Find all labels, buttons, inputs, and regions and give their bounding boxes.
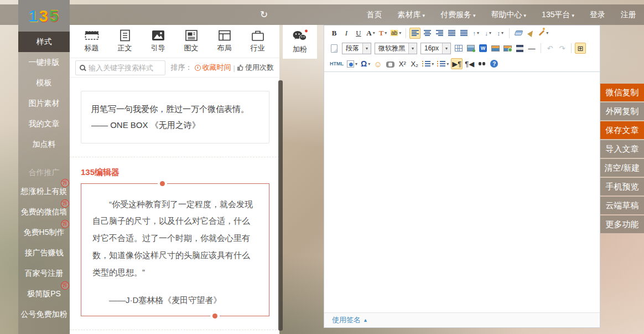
nav-135-platform[interactable]: 135平台▾: [542, 10, 574, 20]
tab-label: 行业: [251, 43, 265, 53]
tab-guide-styles[interactable]: 引导: [144, 27, 172, 56]
nav-help-center[interactable]: 帮助中心▾: [491, 10, 527, 20]
align-right-button[interactable]: [434, 28, 445, 39]
emoji-button[interactable]: ☺: [372, 58, 383, 69]
sidebar-item-templates[interactable]: 模板: [18, 73, 70, 93]
sort-by-favorite[interactable]: 收藏时间: [195, 63, 231, 73]
indent-button[interactable]: [458, 28, 469, 39]
nav-home[interactable]: 首页: [367, 10, 382, 20]
guide-image-icon: [151, 29, 165, 42]
tab-body-styles[interactable]: 正文: [111, 27, 139, 56]
nav-material-library[interactable]: 素材库▾: [398, 10, 425, 20]
insert-table-button[interactable]: [453, 43, 464, 54]
mobile-preview-button[interactable]: 手机预览: [600, 178, 644, 196]
font-family-select[interactable]: 微软雅黑▾: [375, 43, 417, 54]
tab-imagetext-styles[interactable]: 图文: [177, 27, 205, 56]
style-card-framed-quote[interactable]: 135编辑器 “你受这种教育到了一定程度，就会发现自己脑子的尺寸，以及什么对它合…: [81, 167, 269, 317]
style-panel-scrollbar[interactable]: [278, 80, 283, 331]
style-search-box[interactable]: [75, 60, 165, 75]
bold-button[interactable]: B: [329, 28, 340, 39]
screenshot-button[interactable]: [465, 43, 476, 54]
promo-item-wechat-wall[interactable]: 免费的微信墙荐: [18, 202, 70, 222]
logo-135[interactable]: 135: [18, 0, 70, 32]
align-center-button[interactable]: [422, 28, 433, 39]
insert-images-button[interactable]: [502, 43, 513, 54]
new-document-button[interactable]: [329, 43, 340, 54]
nav-paid-services[interactable]: 付费服务▾: [440, 10, 476, 20]
tab-title-styles[interactable]: 标题: [77, 27, 106, 56]
text-color-button[interactable]: T▾: [377, 28, 388, 39]
html-source-button[interactable]: HTML: [329, 58, 345, 69]
search-input[interactable]: [89, 64, 161, 72]
import-article-button[interactable]: 导入文章: [600, 140, 644, 158]
promo-label: 想涨粉上有娱: [21, 187, 67, 197]
tab-industry-styles[interactable]: 行业: [243, 27, 272, 56]
insert-link-button[interactable]: [385, 58, 396, 69]
help-button[interactable]: ?: [489, 58, 500, 69]
promo-item-ads-money[interactable]: 接广告赚钱: [18, 243, 70, 263]
nav-register[interactable]: 注册: [621, 10, 636, 20]
sidebar-item-one-click-layout[interactable]: 一键排版: [18, 52, 70, 73]
italic-button[interactable]: I: [341, 28, 352, 39]
sort-favorite-label: 收藏时间: [202, 63, 231, 73]
clear-new-button[interactable]: 清空/新建: [600, 159, 644, 177]
line-spacing-button[interactable]: ↕▾: [495, 28, 506, 39]
spacing-top-button[interactable]: ↑▾: [470, 28, 481, 39]
ordered-list-button[interactable]: ▾: [421, 58, 435, 69]
sidebar-item-styles[interactable]: 样式: [18, 32, 70, 52]
promo-item-free-h5[interactable]: 免费H5制作荐: [18, 222, 70, 243]
quote1-line2: —— ONE BOX 《无用之诗》: [91, 117, 259, 133]
rich-text-editor: B I U A▾ T▾ ab▾ ↑▾ ↓▾ ↕▾ ▾ 段落▾ 微软雅黑▾ 16p…: [324, 25, 600, 328]
wechat-copy-button[interactable]: 微信复制: [600, 84, 644, 101]
font-size-select[interactable]: 16px▾: [420, 43, 451, 54]
paste-word-button[interactable]: W: [477, 43, 489, 54]
insert-image-button[interactable]: [490, 43, 501, 54]
justify-button[interactable]: [446, 28, 457, 39]
promo-item-free-fans[interactable]: 公号免费加粉: [18, 304, 70, 325]
sidebar-item-my-articles[interactable]: 我的文章: [18, 114, 70, 134]
external-copy-button[interactable]: 外网复制: [600, 102, 644, 120]
style-card-quote-box[interactable]: 用笔写一句我爱你，胜过一万个微信表情。 —— ONE BOX 《无用之诗》: [81, 91, 269, 143]
subscript-button[interactable]: X₂: [409, 58, 420, 69]
magic-format-button[interactable]: ▾: [537, 28, 549, 39]
special-char-button[interactable]: Ω▾: [360, 58, 371, 69]
find-replace-button[interactable]: [476, 58, 487, 69]
promo-item-baijiahao[interactable]: 百家号注册: [18, 263, 70, 284]
align-left-button[interactable]: [409, 28, 420, 39]
tab-add-fans[interactable]: 加粉: [283, 25, 317, 59]
rtl-paragraph-button[interactable]: ¶◀: [464, 58, 475, 69]
sidebar-item-extras[interactable]: 加点料: [18, 134, 70, 155]
superscript-button[interactable]: X²: [397, 58, 408, 69]
save-article-button[interactable]: 保存文章: [600, 121, 644, 139]
highlight-button[interactable]: ab▾: [389, 28, 402, 39]
font-color-button[interactable]: A▾: [365, 28, 376, 39]
underline-button[interactable]: U: [353, 28, 364, 39]
redo-button[interactable]: ↷: [557, 43, 568, 54]
refresh-icon[interactable]: ↻: [260, 4, 268, 25]
insert-box-button[interactable]: ⊞: [575, 43, 586, 54]
eraser-button[interactable]: [513, 28, 524, 39]
word-icon: W: [479, 44, 487, 52]
more-functions-button[interactable]: 更多功能: [600, 215, 644, 233]
unordered-list-button[interactable]: ▾: [436, 58, 450, 69]
divider: [70, 330, 279, 330]
template-button[interactable]: ▾: [346, 58, 359, 69]
sort-by-usage[interactable]: 使用次数: [237, 63, 274, 73]
briefcase-icon: [251, 29, 265, 42]
editor-content-area[interactable]: [324, 72, 600, 312]
use-signature-toggle[interactable]: 使用签名▲: [332, 315, 368, 325]
nav-login[interactable]: 登录: [590, 10, 605, 20]
paragraph-select[interactable]: 段落▾: [342, 43, 371, 54]
insert-video-button[interactable]: [514, 43, 525, 54]
clear-format-button[interactable]: [525, 28, 536, 39]
horizontal-rule-button[interactable]: —: [526, 43, 537, 54]
tab-layout-styles[interactable]: 布局: [210, 27, 238, 56]
promo-item-grow-fans[interactable]: 想涨粉上有娱荐: [18, 181, 70, 202]
cloud-draft-button[interactable]: 云端草稿: [600, 197, 644, 214]
promo-item-mini-ps[interactable]: 极简版PS荐: [18, 284, 70, 304]
sidebar-item-image-material[interactable]: 图片素材: [18, 93, 70, 114]
spacing-bottom-button[interactable]: ↓▾: [482, 28, 494, 39]
undo-button[interactable]: ↶: [544, 43, 555, 54]
ltr-paragraph-button[interactable]: ▶¶: [451, 58, 463, 69]
chevron-down-icon: ▾: [355, 61, 357, 66]
